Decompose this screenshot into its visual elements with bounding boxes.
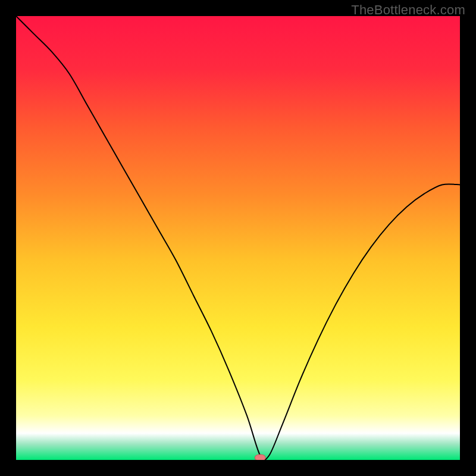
chart-frame: TheBottleneck.com xyxy=(0,0,476,476)
min-marker xyxy=(255,455,265,460)
bottleneck-chart xyxy=(16,16,460,460)
